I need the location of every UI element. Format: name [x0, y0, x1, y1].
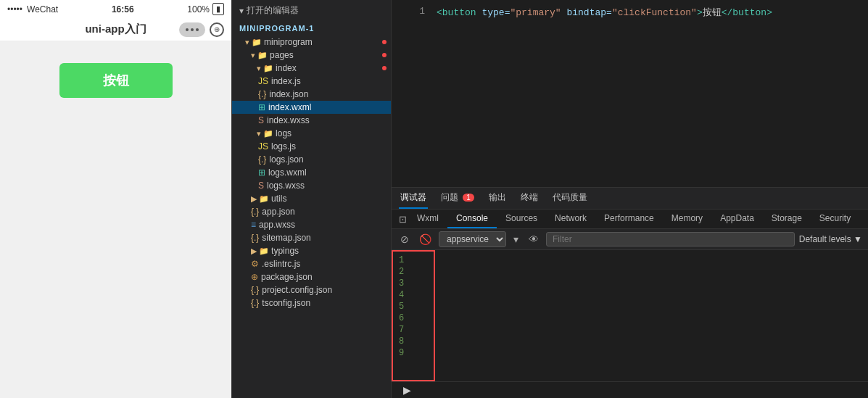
filetree-header[interactable]: ▾ 打开的编辑器 [232, 0, 391, 21]
tree-label: app.json [262, 207, 294, 217]
console-line-1: 1 [393, 254, 434, 266]
tab-storage[interactable]: Storage [763, 210, 811, 228]
tab-sources[interactable]: Sources [497, 210, 546, 228]
dot-indicator [382, 66, 387, 70]
tree-item-app-json[interactable]: {.} app.json [232, 205, 391, 218]
dropdown-arrow-icon[interactable]: ▾ [511, 232, 521, 246]
wxml-icon: ⊞ [258, 102, 265, 112]
tree-label: package.json [261, 272, 313, 282]
code-editor: 1 <button type="primary" bindtap="clickF… [392, 0, 868, 188]
tab-memory[interactable]: Memory [663, 210, 711, 228]
folder-icon: ▶ 📁 [251, 246, 269, 256]
tree-item-miniprogram[interactable]: ▾ 📁 miniprogram [232, 36, 391, 49]
js-icon: JS [258, 141, 268, 152]
tree-label: app.wxss [259, 220, 295, 230]
clear-console-icon[interactable]: ⊘ [397, 232, 412, 246]
filter-input[interactable] [546, 232, 795, 246]
devtools-content: 1 2 3 4 5 6 7 8 9 [392, 250, 868, 381]
tab-debugger[interactable]: 调试器 [399, 188, 428, 209]
project-name: MINIPROGRAM-1 [232, 21, 391, 36]
tree-item-index-wxss[interactable]: S index.wxss [232, 114, 391, 127]
tree-label: logs [276, 128, 292, 138]
code-content[interactable]: <button type="primary" bindtap="clickFun… [437, 6, 772, 19]
main-panel: 1 <button type="primary" bindtap="clickF… [392, 0, 868, 398]
tree-label: index.wxml [268, 102, 311, 112]
settings-icon[interactable]: ⊕ [210, 22, 224, 37]
tab-code-quality[interactable]: 代码质量 [551, 188, 589, 209]
status-time: 16:56 [112, 4, 134, 14]
devtools-nav-tabs: ⊡ Wxml Console Sources Network Performan… [392, 210, 868, 229]
tree-label: logs.js [271, 141, 296, 152]
tab-appdata[interactable]: AppData [711, 210, 763, 228]
more-options-button[interactable] [179, 22, 205, 37]
tree-item-logs-wxml[interactable]: ⊞ logs.wxml [232, 166, 391, 179]
tree-label: sitemap.json [262, 233, 310, 243]
signal-dots: ••••• [7, 4, 22, 14]
json-icon: {.} [251, 285, 259, 295]
console-line-5: 5 [393, 301, 434, 312]
tree-item-typings[interactable]: ▶ 📁 typings [232, 244, 391, 257]
default-levels-dropdown[interactable]: Default levels ▼ [799, 234, 862, 244]
tree-item-app-wxss[interactable]: ≡ app.wxss [232, 218, 391, 231]
tree-item-utils[interactable]: ▶ 📁 utils [232, 192, 391, 205]
tree-item-index-js[interactable]: JS index.js [232, 75, 391, 88]
tab-network[interactable]: Network [546, 210, 595, 228]
tab-terminal[interactable]: 终端 [519, 188, 540, 209]
tab-performance[interactable]: Performance [595, 210, 663, 228]
tree-item-sitemap-json[interactable]: {.} sitemap.json [232, 231, 391, 244]
phone-content: 按钮 [0, 41, 231, 398]
console-line-7: 7 [393, 324, 434, 336]
tree-item-tsconfig[interactable]: {.} tsconfig.json [232, 297, 391, 310]
appservice-select[interactable]: appservice [439, 231, 506, 247]
tree-item-logs-json[interactable]: {.} logs.json [232, 153, 391, 166]
folder-icon: ▶ 📁 [251, 194, 269, 204]
phone-title-bar: uni-app入门 ⊕ [0, 18, 231, 41]
tab-security[interactable]: Security [811, 210, 859, 228]
json-icon: {.} [258, 154, 266, 165]
tree-item-logs-wxss[interactable]: S logs.wxss [232, 179, 391, 192]
wxss-icon: S [258, 181, 264, 191]
devtools-top-tabs: 调试器 问题 1 输出 终端 代码质量 [392, 188, 868, 210]
filter-toggle-icon[interactable]: 🚫 [416, 232, 434, 246]
folder-icon: ▾ 📁 [257, 129, 273, 138]
eye-icon[interactable]: 👁 [526, 232, 542, 246]
tree-label: pages [270, 50, 294, 60]
dot-indicator [382, 53, 387, 57]
tab-output[interactable]: 输出 [487, 188, 508, 209]
console-line-9: 9 [393, 347, 434, 359]
tree-item-pages[interactable]: ▾ 📁 pages [232, 49, 391, 62]
tree-item-index-folder[interactable]: ▾ 📁 index [232, 62, 391, 75]
json-icon: {.} [251, 233, 259, 243]
tree-item-index-json[interactable]: {.} index.json [232, 88, 391, 101]
tree-label: miniprogram [264, 37, 313, 47]
tree-item-project-config[interactable]: {.} project.config.json [232, 283, 391, 297]
issues-badge: 1 [463, 194, 474, 202]
expand-arrow[interactable]: ▶ [397, 381, 417, 398]
tree-label: utils [271, 194, 286, 204]
console-line-3: 3 [393, 278, 434, 289]
tree-label: index.wxss [267, 115, 310, 125]
demo-button[interactable]: 按钮 [59, 63, 173, 98]
status-left: ••••• WeChat [7, 4, 58, 14]
phone-title-icons: ⊕ [179, 22, 224, 37]
dock-icon[interactable]: ⊡ [397, 212, 408, 226]
tree-item-eslintrc[interactable]: ⚙ .eslintrc.js [232, 257, 391, 270]
tree-item-logs-js[interactable]: JS logs.js [232, 140, 391, 153]
tree-label: logs.json [269, 154, 303, 165]
status-right: 100% ▮ [187, 3, 224, 15]
tree-item-package-json[interactable]: ⊕ package.json [232, 270, 391, 283]
phone-status-bar: ••••• WeChat 16:56 100% ▮ [0, 0, 231, 18]
folder-icon: ▾ 📁 [251, 51, 268, 60]
tab-console[interactable]: Console [447, 210, 497, 228]
json-icon: {.} [251, 207, 259, 217]
dot-indicator [382, 40, 387, 44]
tree-item-logs-folder[interactable]: ▾ 📁 logs [232, 127, 391, 140]
wxss-icon: S [258, 115, 264, 125]
collapse-icon: ▾ [239, 6, 244, 16]
tab-wxml[interactable]: Wxml [408, 210, 447, 228]
tab-issues[interactable]: 问题 1 [439, 188, 476, 209]
package-icon: ⊕ [251, 272, 258, 282]
console-line-2: 2 [393, 266, 434, 278]
tree-item-index-wxml[interactable]: ⊞ index.wxml [232, 101, 391, 114]
tree-label: typings [271, 246, 299, 256]
